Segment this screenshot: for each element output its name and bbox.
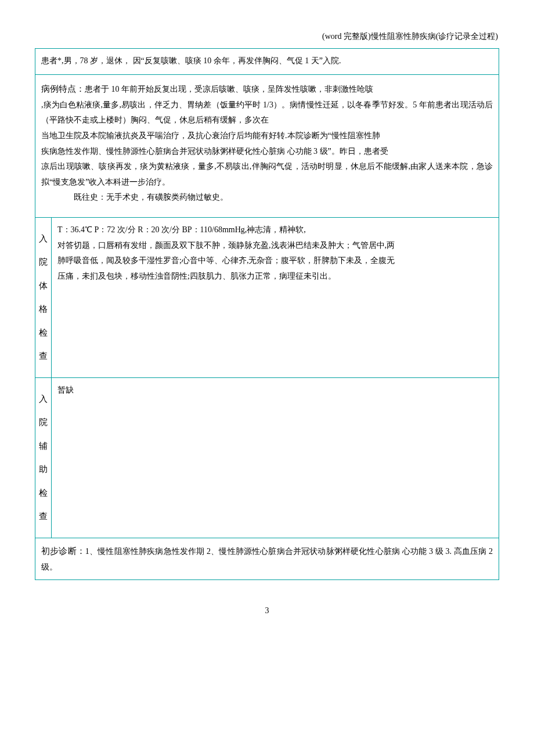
case-p6: 既往史：无手术史，有磺胺类药物过敏史。 (41, 190, 493, 206)
diagnosis-text: 1、慢性阻塞性肺疾病急性发作期 2、慢性肺源性心脏病合并冠状动脉粥样硬化性心脏病… (41, 547, 493, 571)
document-header: (word 完整版)慢性阻塞性肺疾病(诊疗记录全过程) (35, 29, 499, 45)
exam-l1: T：36.4℃ P：72 次/分 R：20 次/分 BP：110/68mmHg,… (57, 222, 493, 238)
vchar: 入 (38, 391, 49, 408)
case-p3: 当地卫生院及本院输液抗炎及平喘治疗，及抗心衰治疗后均能有好转.本院诊断为“慢性阻… (41, 128, 493, 144)
aux-text: 暂缺 (57, 386, 74, 394)
case-p1: 患者于 10 年前开始反复出现，受凉后咳嗽、咳痰，呈阵发性咳嗽，非刺激性呛咳 (85, 85, 373, 93)
aux-side-label: 入 院 辅 助 检 查 (35, 377, 52, 538)
diagnosis-cell: 初步诊断：1、慢性阻塞性肺疾病急性发作期 2、慢性肺源性心脏病合并冠状动脉粥样硬… (35, 538, 499, 579)
diagnosis-title: 初步诊断： (41, 546, 85, 556)
vchar: 查 (38, 348, 49, 365)
vchar: 入 (38, 231, 49, 247)
case-p5: 凉后出现咳嗽、咳痰再发，痰为黄粘液痰，量多,不易咳出,伴胸闷气促，活动时明显，休… (41, 159, 493, 190)
vchar: 检 (38, 485, 49, 502)
vchar: 院 (38, 414, 49, 431)
vchar: 格 (38, 301, 49, 318)
exam-side-label: 入 院 体 格 检 查 (35, 217, 52, 377)
case-features-block: 病例特点：患者于 10 年前开始反复出现，受凉后咳嗽、咳痰，呈阵发性咳嗽，非刺激… (41, 81, 493, 98)
vchar: 助 (38, 461, 49, 478)
exam-l3: 肺呼吸音低，闻及较多干湿性罗音;心音中等、心律齐,无杂音；腹平软，肝脾肋下未及，… (57, 253, 493, 269)
vchar: 检 (38, 325, 49, 341)
case-p4: 疾病急性发作期、慢性肺源性心脏病合并冠状动脉粥样硬化性心脏病 心功能 3 级”。… (41, 144, 493, 160)
aux-content-cell: 暂缺 (52, 377, 499, 538)
record-table: 患者*,男，78 岁，退休， 因“反复咳嗽、咳痰 10 余年，再发伴胸闷、气促 … (35, 48, 499, 581)
exam-content-cell: T：36.4℃ P：72 次/分 R：20 次/分 BP：110/68mmHg,… (52, 217, 499, 377)
vchar: 查 (38, 508, 49, 525)
page-number: 3 (35, 603, 499, 619)
patient-intro-cell: 患者*,男，78 岁，退休， 因“反复咳嗽、咳痰 10 余年，再发伴胸闷、气促 … (35, 48, 499, 75)
case-features-cell: 病例特点：患者于 10 年前开始反复出现，受凉后咳嗽、咳痰，呈阵发性咳嗽，非刺激… (35, 75, 499, 218)
vchar: 辅 (38, 438, 49, 455)
case-p2: ,痰为白色粘液痰,量多,易咳出，伴乏力、胃纳差（饭量约平时 1/3）。病情慢性迁… (41, 98, 493, 128)
exam-l2: 对答切题，口唇稍有发绀，颜面及双下肢不肿，颈静脉充盈,浅表淋巴结未及肿大；气管居… (57, 238, 493, 254)
patient-intro-text: 患者*,男，78 岁，退休， 因“反复咳嗽、咳痰 10 余年，再发伴胸闷、气促 … (41, 56, 341, 65)
vchar: 体 (38, 278, 49, 294)
exam-l4: 压痛，未扪及包块，移动性浊音阴性;四肢肌力、肌张力正常，病理征未引出。 (57, 269, 493, 285)
case-title: 病例特点： (41, 84, 85, 93)
vchar: 院 (38, 254, 49, 271)
